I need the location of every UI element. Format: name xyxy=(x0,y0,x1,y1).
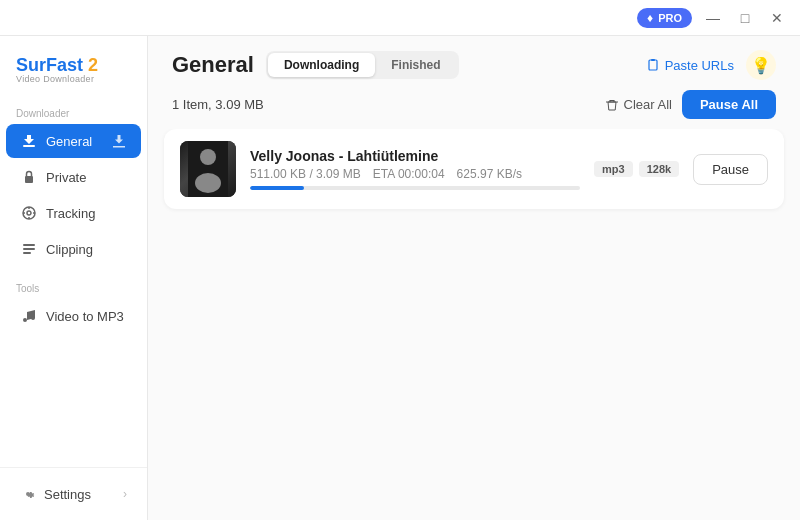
svg-rect-10 xyxy=(23,252,31,254)
svg-point-17 xyxy=(195,173,221,193)
download-info: Velly Joonas - Lahtiütlemine 511.00 KB /… xyxy=(250,148,580,190)
trash-icon xyxy=(605,98,619,112)
settings-icon xyxy=(20,486,36,502)
diamond-icon: ♦ xyxy=(647,11,653,25)
svg-point-12 xyxy=(31,316,35,320)
svg-point-16 xyxy=(200,149,216,165)
download-title: Velly Joonas - Lahtiütlemine xyxy=(250,148,580,164)
tab-group: Downloading Finished xyxy=(266,51,459,79)
svg-rect-8 xyxy=(23,244,35,246)
sidebar-item-general[interactable]: General xyxy=(6,124,141,158)
lightbulb-icon: 💡 xyxy=(751,56,771,75)
download-meta: 511.00 KB / 3.09 MB ETA 00:00:04 625.97 … xyxy=(250,167,580,181)
settings-item[interactable]: Settings › xyxy=(6,478,141,510)
main-content: General Downloading Finished Paste URLs xyxy=(148,36,800,520)
main-header: General Downloading Finished Paste URLs xyxy=(148,36,800,80)
settings-label: Settings xyxy=(44,487,91,502)
lock-icon xyxy=(20,168,38,186)
lightbulb-button[interactable]: 💡 xyxy=(746,50,776,80)
format-badge: mp3 xyxy=(594,161,633,177)
sidebar-private-label: Private xyxy=(46,170,86,185)
minimize-button[interactable]: — xyxy=(702,7,724,29)
paste-urls-label: Paste URLs xyxy=(665,58,734,73)
close-button[interactable]: ✕ xyxy=(766,7,788,29)
table-row: Velly Joonas - Lahtiütlemine 511.00 KB /… xyxy=(164,129,784,209)
page-title: General xyxy=(172,52,254,78)
svg-rect-0 xyxy=(23,145,35,147)
section-downloader-label: Downloader xyxy=(0,100,147,123)
sidebar-general-download-icon xyxy=(111,133,127,149)
download-size: 511.00 KB / 3.09 MB xyxy=(250,167,361,181)
download-badges: mp3 128k xyxy=(594,161,679,177)
tab-finished[interactable]: Finished xyxy=(375,53,456,77)
sidebar-tracking-label: Tracking xyxy=(46,206,95,221)
sidebar: SurFast 2 Video Downloader Downloader Ge… xyxy=(0,36,148,520)
toolbar-right: Clear All Pause All xyxy=(605,90,776,119)
app-subtitle: Video Downloader xyxy=(16,74,131,84)
sidebar-item-tracking[interactable]: Tracking xyxy=(6,196,141,230)
person-silhouette-icon xyxy=(188,141,228,197)
sidebar-item-private[interactable]: Private xyxy=(6,160,141,194)
header-actions: Paste URLs 💡 xyxy=(646,50,776,80)
clear-all-button[interactable]: Clear All xyxy=(605,97,672,112)
svg-rect-14 xyxy=(651,59,655,61)
pause-all-button[interactable]: Pause All xyxy=(682,90,776,119)
download-speed: 625.97 KB/s xyxy=(457,167,522,181)
pro-badge[interactable]: ♦ PRO xyxy=(637,8,692,28)
sidebar-item-video-to-mp3[interactable]: Video to MP3 xyxy=(6,299,141,333)
sidebar-video-to-mp3-label: Video to MP3 xyxy=(46,309,124,324)
app-body: SurFast 2 Video Downloader Downloader Ge… xyxy=(0,36,800,520)
maximize-button[interactable]: □ xyxy=(734,7,756,29)
clipping-icon xyxy=(20,240,38,258)
chevron-right-icon: › xyxy=(123,487,127,501)
download-progress-bar xyxy=(250,186,580,190)
music-icon xyxy=(20,307,38,325)
svg-rect-9 xyxy=(23,248,35,250)
download-eta: ETA 00:00:04 xyxy=(373,167,445,181)
svg-point-11 xyxy=(23,318,27,322)
pro-label: PRO xyxy=(658,12,682,24)
pause-button[interactable]: Pause xyxy=(693,154,768,185)
paste-urls-button[interactable]: Paste URLs xyxy=(646,58,734,73)
section-tools-label: Tools xyxy=(0,275,147,298)
download-icon xyxy=(20,132,38,150)
app-logo: SurFast 2 Video Downloader xyxy=(0,46,147,100)
download-thumbnail xyxy=(180,141,236,197)
main-title-area: General Downloading Finished xyxy=(172,51,459,79)
download-list: Velly Joonas - Lahtiütlemine 511.00 KB /… xyxy=(148,129,800,520)
sidebar-general-label: General xyxy=(46,134,92,149)
clear-all-label: Clear All xyxy=(624,97,672,112)
sidebar-bottom: Settings › xyxy=(0,467,147,520)
sidebar-clipping-label: Clipping xyxy=(46,242,93,257)
tracking-icon xyxy=(20,204,38,222)
svg-point-3 xyxy=(27,211,31,215)
app-name: SurFast 2 xyxy=(16,56,131,74)
quality-badge: 128k xyxy=(639,161,679,177)
download-progress-fill xyxy=(250,186,304,190)
toolbar: 1 Item, 3.09 MB Clear All Pause All xyxy=(148,80,800,129)
tab-downloading[interactable]: Downloading xyxy=(268,53,375,77)
svg-rect-13 xyxy=(649,60,657,70)
item-count: 1 Item, 3.09 MB xyxy=(172,97,264,112)
svg-rect-1 xyxy=(25,176,33,183)
titlebar: ♦ PRO — □ ✕ xyxy=(0,0,800,36)
sidebar-item-clipping[interactable]: Clipping xyxy=(6,232,141,266)
clipboard-icon xyxy=(646,58,660,72)
